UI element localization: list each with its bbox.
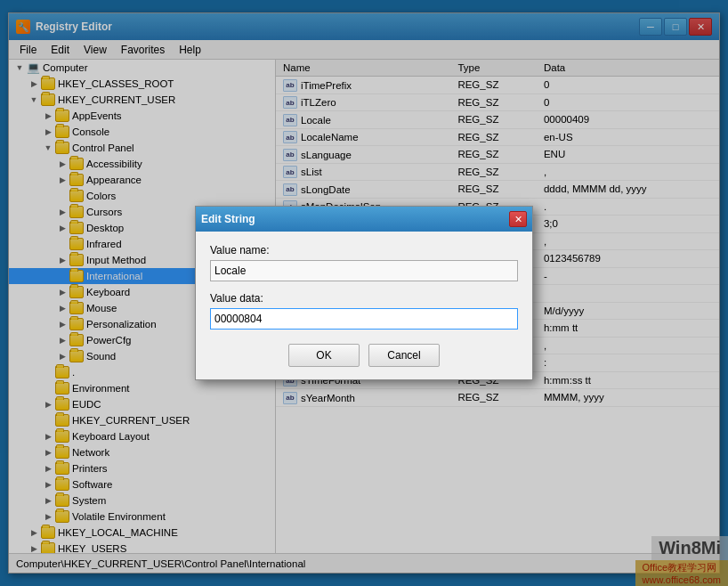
cancel-button[interactable]: Cancel (368, 344, 440, 367)
modal-title-bar: Edit String ✕ (196, 207, 532, 232)
edit-string-dialog: Edit String ✕ Value name: Value data: OK… (195, 206, 533, 380)
modal-overlay: Edit String ✕ Value name: Value data: OK… (0, 0, 728, 586)
ok-button[interactable]: OK (288, 344, 360, 367)
modal-title: Edit String (201, 213, 255, 225)
value-name-input[interactable] (210, 260, 518, 281)
value-data-input[interactable] (210, 308, 518, 330)
modal-buttons: OK Cancel (210, 344, 518, 367)
modal-close-button[interactable]: ✕ (509, 211, 527, 227)
modal-body: Value name: Value data: OK Cancel (196, 232, 532, 379)
value-data-label: Value data: (210, 292, 518, 305)
value-name-label: Value name: (210, 244, 518, 256)
